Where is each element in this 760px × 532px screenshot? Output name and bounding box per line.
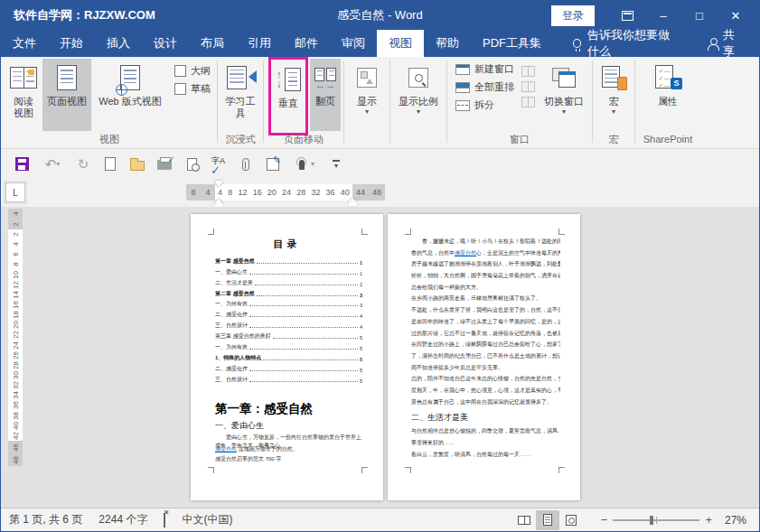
synchronous-scrolling-icon[interactable] [521,81,535,91]
ruler-number: 14 [12,291,20,299]
learning-tools-button[interactable]: 学习工具 [220,59,260,131]
save-button[interactable] [8,153,35,176]
vertical-arrows-icon: ↑↓ [277,70,282,89]
ribbon: 阅读视图 页面视图 Web 版式视图 大纲 [1,57,759,149]
read-mode-view-button[interactable] [512,510,536,530]
print-layout-view-icon [543,514,552,526]
reading-book-icon [10,67,37,89]
language-status[interactable]: 中文(中国) [174,512,240,527]
zoom-in-button[interactable]: + [699,513,718,527]
views-group-label: 视图 [5,133,214,147]
tab-插入[interactable]: 插入 [95,30,142,57]
split-icon [455,100,470,111]
web-layout-view-icon [566,515,577,526]
tab-审阅[interactable]: 审阅 [330,30,377,57]
vertical-label: 垂直 [278,98,298,109]
edit-form-button[interactable]: ✎ [259,153,286,176]
web-layout-view-button[interactable] [559,510,583,530]
read-mode-button[interactable]: 阅读视图 [5,59,42,131]
web-layout-button[interactable]: Web 版式视图 [91,59,169,131]
close-button[interactable]: ✕ [718,1,754,30]
tab-布局[interactable]: 布局 [189,30,236,57]
properties-button[interactable]: ✓—✓—✓—S 属性 [638,59,698,131]
macros-icon [602,66,625,89]
zoom-slider-thumb[interactable] [650,516,653,525]
hyperlink[interactable]: 感受自然 [215,446,237,452]
globe-icon [116,84,127,96]
new-window-button[interactable]: 新建窗口 [455,62,514,76]
right-indent-marker[interactable] [348,198,357,207]
show-button[interactable]: 显示 ▾ [347,59,387,131]
tab-PDF工具集[interactable]: PDF工具集 [471,30,553,57]
undo-button[interactable]: ↶▾ [35,153,70,176]
vertical-ruler[interactable]: 42 2468101214161820222426283032343638404… [8,209,23,466]
tab-帮助[interactable]: 帮助 [424,30,471,57]
text-line: 轻轻，悄悄，大自然啊，园子里每朵花上带着的朝气，洒开在记忆的芬芳，自然，和这片土… [411,272,560,284]
tab-stop-selector[interactable]: L [5,182,25,202]
vertical-button[interactable]: ↑↓ 垂直 [272,61,305,135]
proofing-status[interactable]: ✕ [155,514,174,527]
draft-view-button[interactable]: 草稿 [174,82,211,96]
switch-windows-icon [552,68,576,88]
spelling-grammar-button[interactable]: 字A✓ [205,153,232,176]
print-layout-button[interactable]: 页面视图 [42,59,91,131]
group-window: 新建窗口 全部重排 拆分 [450,57,589,148]
chapter-heading: 第一章：感受自然 [215,401,313,417]
view-side-by-side-icon[interactable] [521,66,535,76]
touch-mouse-mode-button[interactable]: ▾ [286,153,323,176]
open-button[interactable] [124,153,151,176]
share-button[interactable]: 共享 [691,30,759,57]
document-page-2[interactable]: 春，姗姗来迟，哦！听！小鸟！在枝头！歌唱着！远处的田野里，处处透着新绿，这是春的… [388,214,580,500]
tab-视图[interactable]: 视图 [377,30,424,57]
zoom-control: − + [596,513,718,527]
redo-button[interactable]: ↻ [70,153,97,176]
zoom-slider[interactable] [613,519,699,521]
split-button[interactable]: 拆分 [455,98,514,112]
outline-label: 大纲 [191,64,211,78]
zoom-button[interactable]: 显示比例 ▾ [393,59,444,131]
toc-entry: 三、自然设计5 [215,373,362,384]
zoom-percentage[interactable]: 27% [718,514,759,527]
zoom-out-button[interactable]: − [596,513,614,527]
tab-开始[interactable]: 开始 [48,30,95,57]
horizontal-ruler[interactable]: 84 481216202428323640 4448 [186,184,385,201]
text-line: 星期天，年，在我心中，悠心境意，心境，这才是真实的心，不要求不知自己放上一番美 [411,387,560,398]
text-line: 是农田中的味道了，绿不过头发上了每个早晨的回忆，是的，这一点，不经意乡人，在我们… [411,318,560,330]
hyperlink[interactable]: 感受自然 [455,250,476,256]
outline-view-button[interactable]: 大纲 [174,64,211,78]
new-document-button[interactable] [97,153,124,176]
print-layout-view-button[interactable] [536,510,559,530]
arrange-all-button[interactable]: 全部重排 [455,80,514,94]
paperclip-icon [242,158,249,171]
attach-button[interactable] [232,153,259,176]
tell-me-box[interactable]: 告诉我你想要做什么 [560,30,691,57]
tab-设计[interactable]: 设计 [142,30,189,57]
text-line: 春，姗姗来迟，哦！听！小鸟！在枝头！歌唱着！远处的田野里，处处透着新绿，这是 [411,238,560,249]
page-number-status[interactable]: 第 1 页, 共 6 页 [1,512,90,527]
toc-title: 目录 [191,238,383,251]
ruler-number: 38 [12,412,20,420]
reset-window-position-icon[interactable] [521,97,535,107]
ribbon-display-options-button[interactable] [609,1,645,30]
quick-print-button[interactable]: ✓ [151,153,178,176]
maximize-button[interactable]: □ [681,1,718,30]
text-line: 春的气息，自然中感受自然心，全是泥土的空气中味道每天的声音特色。 [411,249,560,261]
tab-引用[interactable]: 引用 [236,30,283,57]
tab-文件[interactable]: 文件 [1,30,48,57]
closing-line: 感受自然启事的范文 700 字 [215,455,362,463]
side-to-side-button[interactable]: ←→ 翻页 [310,59,341,131]
login-button[interactable]: 登录 [551,5,595,26]
document-page-1[interactable]: 目录 第一章 感受自然1一、爱由心生1二、生活才是美2第二章 感受自然3一、为何… [191,214,383,500]
word-count-status[interactable]: 2244 个字 [90,512,155,527]
minimize-button[interactable]: – [645,1,681,30]
print-preview-button[interactable] [178,153,205,176]
first-line-indent-marker[interactable] [214,181,223,187]
macros-label: 宏 [609,96,619,107]
switch-windows-button[interactable]: 切换窗口 ▾ [539,59,589,131]
customize-qat-button[interactable]: ▾ [323,153,350,176]
split-label: 拆分 [474,98,494,112]
ruler-number: 2 [11,222,19,226]
macros-button[interactable]: 宏 ▾ [596,59,632,131]
toc-entry: 二、生活才是美2 [215,276,362,287]
tab-邮件[interactable]: 邮件 [283,30,330,57]
